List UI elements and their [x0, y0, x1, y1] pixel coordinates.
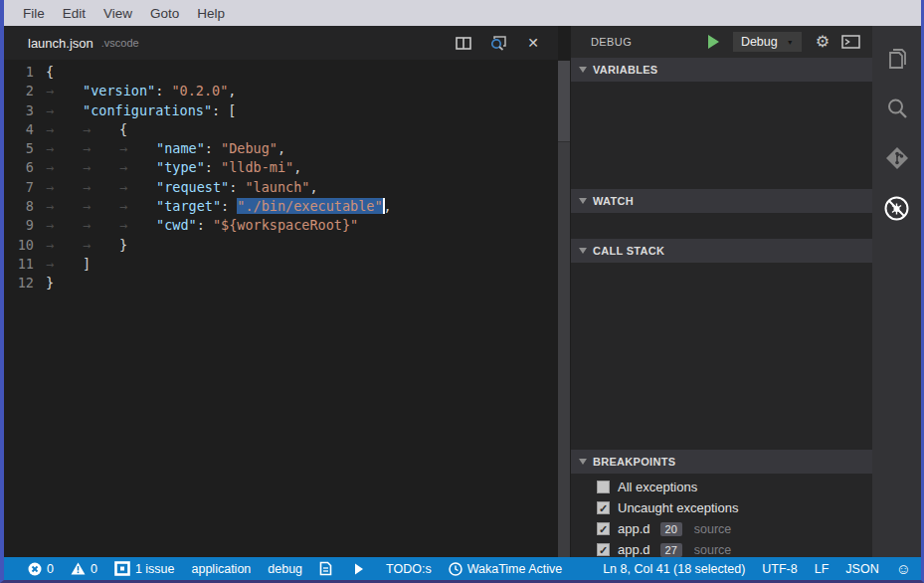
split-editor-icon[interactable]: [455, 35, 472, 51]
code-line[interactable]: 1{: [4, 63, 558, 82]
line-number: 2: [4, 82, 46, 100]
cursor-position-status[interactable]: Ln 8, Col 41 (18 selected): [603, 562, 745, 576]
breakpoint-row[interactable]: ✓app.d20source: [571, 518, 872, 539]
code-line[interactable]: 5→→→"name": "Debug",: [4, 139, 558, 158]
code-token: ,: [384, 198, 392, 214]
section-breakpoints[interactable]: BREAKPOINTS: [571, 450, 872, 474]
tab-whitespace: →: [119, 178, 156, 197]
line-number: 8: [4, 197, 46, 216]
issues-status[interactable]: 1 issue: [114, 561, 175, 576]
report-file-button[interactable]: [319, 561, 337, 576]
eol-label: LF: [815, 562, 830, 576]
breakpoint-row[interactable]: ✓Uncaught exceptions: [571, 497, 872, 518]
run-icon[interactable]: [708, 35, 719, 49]
menu-item-view[interactable]: View: [94, 6, 141, 21]
editor-tab-bar: launch.json .vscode ✕: [4, 26, 558, 60]
gear-icon[interactable]: ⚙: [816, 34, 830, 50]
code-line[interactable]: 12}: [4, 274, 558, 292]
code-token: "configurations": [83, 102, 212, 118]
tab-whitespace: →: [46, 255, 83, 274]
close-icon[interactable]: ✕: [524, 35, 542, 51]
code-line[interactable]: 9→→→"cwd": "${workspaceRoot}": [4, 216, 558, 235]
editor-scrollbar[interactable]: [558, 26, 571, 557]
code-line[interactable]: 8→→→"target": "./bin/executable",: [4, 197, 558, 216]
section-variables[interactable]: VARIABLES: [571, 58, 872, 82]
breakpoint-checkbox[interactable]: ✓: [597, 522, 610, 535]
todo-status[interactable]: TODO:s: [386, 562, 432, 576]
line-number: 5: [4, 139, 46, 158]
code-token: "request": [156, 179, 229, 195]
tab-title[interactable]: launch.json: [28, 36, 93, 51]
menu-item-edit[interactable]: Edit: [54, 6, 94, 21]
breakpoint-checkbox[interactable]: [597, 481, 610, 493]
warning-icon: [71, 562, 86, 575]
line-number: 9: [4, 216, 46, 235]
code-line[interactable]: 11→]: [4, 255, 558, 274]
call-stack-body: [571, 263, 872, 450]
menu-bar: FileEditViewGotoHelp: [4, 0, 921, 26]
code-token: :: [221, 198, 237, 214]
breakpoint-row[interactable]: ✓app.d27source: [571, 539, 872, 560]
breakpoint-checkbox[interactable]: ✓: [597, 543, 610, 556]
explorer-icon[interactable]: [872, 34, 921, 84]
eol-status[interactable]: LF: [815, 562, 830, 576]
debug-config-dropdown[interactable]: Debug ▼: [733, 32, 802, 52]
menu-item-file[interactable]: File: [14, 6, 54, 21]
error-icon: [28, 562, 42, 576]
language-mode-status[interactable]: JSON: [845, 562, 878, 576]
debug-icon[interactable]: [872, 183, 921, 233]
code-editor[interactable]: 1{2→"version": "0.2.0",3→"configurations…: [4, 60, 558, 557]
collapse-icon: [579, 459, 587, 465]
report-file-icon: [319, 561, 332, 576]
breakpoint-source-label: source: [694, 543, 732, 557]
code-line[interactable]: 4→→{: [4, 120, 558, 139]
tab-whitespace: →: [119, 197, 156, 216]
code-token: ]: [83, 256, 91, 272]
code-token: :: [205, 140, 221, 156]
code-line[interactable]: 2→"version": "0.2.0",: [4, 82, 558, 100]
code-line[interactable]: 7→→→"request": "launch",: [4, 178, 558, 197]
tab-whitespace: →: [83, 236, 119, 255]
section-title-watch: WATCH: [593, 195, 634, 207]
smiley-icon: ☺: [896, 561, 911, 576]
build-mode-status[interactable]: debug: [268, 562, 302, 576]
warning-count-value: 0: [91, 562, 97, 576]
scrollbar-thumb[interactable]: [558, 61, 570, 142]
activity-bar: [872, 26, 921, 557]
line-number: 6: [4, 158, 46, 177]
error-count[interactable]: 0: [28, 562, 54, 576]
run-task-button[interactable]: [354, 563, 369, 575]
project-status[interactable]: application: [192, 562, 252, 576]
search-icon[interactable]: [872, 84, 921, 133]
encoding-status[interactable]: UTF-8: [762, 562, 797, 576]
variables-body: [571, 82, 872, 189]
source-control-icon[interactable]: [872, 133, 921, 183]
code-line[interactable]: 10→→}: [4, 236, 558, 255]
breakpoint-checkbox[interactable]: ✓: [597, 501, 610, 514]
code-token: "name": [156, 140, 205, 156]
code-token: :: [205, 159, 221, 175]
debug-console-icon[interactable]: [841, 35, 860, 49]
wakatime-status[interactable]: WakaTime Active: [449, 562, 563, 576]
open-preview-icon[interactable]: [489, 35, 507, 51]
scrollbar-track[interactable]: [558, 61, 570, 557]
feedback-smiley[interactable]: ☺: [896, 561, 911, 576]
tab-whitespace: →: [119, 139, 156, 158]
warning-count[interactable]: 0: [71, 562, 97, 576]
menu-item-help[interactable]: Help: [188, 6, 234, 21]
code-token: ,: [228, 83, 236, 98]
code-line[interactable]: 3→"configurations": [: [4, 101, 558, 120]
build-mode-label: debug: [268, 562, 302, 576]
line-number: 4: [4, 120, 46, 139]
status-bar: 0 0 1 issue application debug TODO:s Wak…: [4, 557, 921, 580]
section-call-stack[interactable]: CALL STACK: [571, 239, 872, 263]
code-token: "launch": [245, 179, 309, 195]
breakpoint-source-label: source: [694, 522, 732, 536]
code-line[interactable]: 6→→→"type": "lldb-mi",: [4, 158, 558, 177]
section-watch[interactable]: WATCH: [571, 189, 872, 213]
menu-item-goto[interactable]: Goto: [141, 6, 188, 21]
breakpoint-row[interactable]: All exceptions: [571, 477, 872, 497]
language-mode-label: JSON: [845, 562, 878, 576]
run-icon: [354, 563, 364, 575]
tab-whitespace: →: [119, 158, 156, 177]
